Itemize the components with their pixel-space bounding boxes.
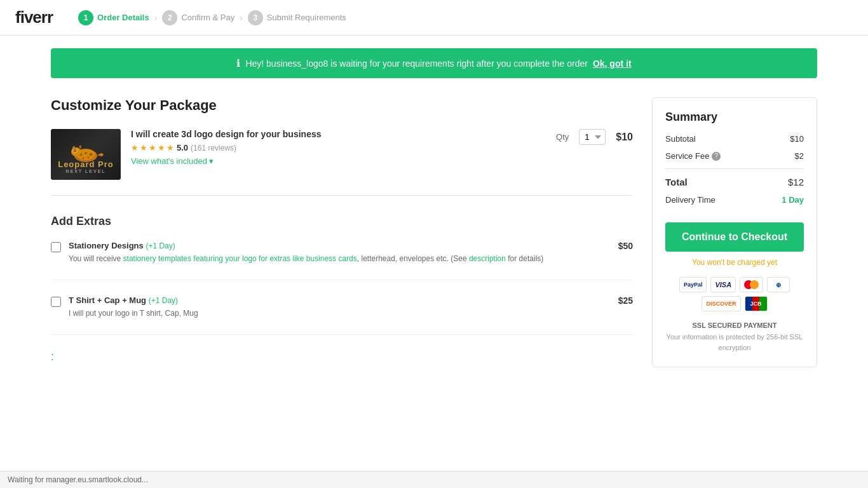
subtotal-label: Subtotal	[665, 134, 696, 144]
ssl-info: SSL SECURED PAYMENT Your information is …	[665, 320, 804, 354]
step-2-label: Confirm & Pay	[181, 13, 234, 22]
banner-message: Hey! business_logo8 is waiting for your …	[245, 58, 588, 69]
step-1[interactable]: 1 Order Details	[78, 10, 149, 25]
no-charge-label: You won't be charged yet	[665, 258, 804, 267]
extra-price-tshirt: $25	[618, 295, 633, 306]
delivery-value: 1 Day	[782, 195, 804, 205]
add-extras-section: Add Extras Stationery Designs (+1 Day) Y…	[51, 215, 633, 363]
extra-details-stationery: Stationery Designs (+1 Day) You will rec…	[69, 241, 611, 264]
step-1-circle: 1	[78, 10, 93, 25]
left-panel: Customize Your Package	[51, 97, 633, 363]
ssl-desc: Your information is protected by 256-bit…	[665, 332, 804, 354]
star-2: ★	[140, 143, 147, 152]
total-label: Total	[665, 177, 688, 187]
svg-point-13	[75, 150, 76, 151]
product-rating: ★ ★ ★ ★ ★ 5.0 (161 reviews)	[131, 143, 546, 152]
rating-score: 5.0	[177, 143, 188, 152]
service-fee-help-icon[interactable]: ?	[712, 152, 721, 161]
stationery-link[interactable]: stationery templates featuring your logo…	[123, 254, 357, 263]
summary-panel: Summary Subtotal $10 Service Fee ? $2 To…	[652, 97, 817, 367]
mastercard-icon	[740, 277, 763, 292]
section-title: Customize Your Package	[51, 97, 633, 114]
step-3[interactable]: 3 Submit Requirements	[248, 10, 346, 25]
product-row: Leopard Pro NEXT LEVEL I will create 3d …	[51, 129, 633, 196]
diners-icon: ⊕	[767, 277, 790, 292]
qty-label: Qty	[556, 132, 569, 142]
more-indicator: :	[51, 350, 633, 363]
steps-nav: 1 Order Details › 2 Confirm & Pay › 3 Su…	[78, 10, 346, 25]
star-1: ★	[131, 143, 139, 152]
product-price: $10	[616, 132, 633, 143]
rating-count: (161 reviews)	[191, 144, 236, 152]
summary-card: Summary Subtotal $10 Service Fee ? $2 To…	[652, 97, 817, 367]
qty-price-area: Qty 1 2 3 $10	[556, 129, 633, 145]
chevron-down-icon: ▾	[209, 156, 214, 166]
delivery-label: Delivery Time	[665, 195, 715, 205]
extra-desc-tshirt: I will put your logo in T shirt, Cap, Mu…	[69, 308, 611, 319]
step-arrow-1: ›	[154, 13, 158, 23]
svg-point-4	[90, 153, 93, 156]
banner-action[interactable]: Ok, got it	[593, 58, 632, 69]
extra-checkbox-stationery[interactable]	[51, 242, 61, 252]
step-2[interactable]: 2 Confirm & Pay	[162, 10, 234, 25]
notification-banner: ℹ Hey! business_logo8 is waiting for you…	[51, 48, 817, 78]
header: fiverr 1 Order Details › 2 Confirm & Pay…	[0, 0, 868, 36]
extra-name-stationery: Stationery Designs (+1 Day)	[69, 241, 611, 250]
mc-orange	[750, 280, 759, 289]
extra-price-stationery: $50	[618, 241, 633, 251]
service-fee-label: Service Fee ?	[665, 151, 721, 161]
product-image-inner: Leopard Pro NEXT LEVEL	[51, 129, 121, 180]
step-3-circle: 3	[248, 10, 263, 25]
discover-icon: DISCOVER	[702, 296, 740, 311]
step-3-label: Submit Requirements	[267, 13, 346, 22]
extra-details-tshirt: T Shirt + Cap + Mug (+1 Day) I will put …	[69, 295, 611, 319]
paypal-icon: PayPal	[679, 277, 707, 292]
star-3: ★	[149, 143, 156, 152]
payment-icons: PayPal VISA ⊕ DISCOVER JCB	[665, 277, 804, 311]
svg-point-6	[87, 156, 90, 159]
product-title: I will create 3d logo design for your bu…	[131, 129, 546, 139]
subtotal-value: $10	[790, 134, 804, 144]
step-2-circle: 2	[162, 10, 177, 25]
main-content: Customize Your Package	[0, 78, 868, 386]
product-image: Leopard Pro NEXT LEVEL	[51, 129, 121, 180]
svg-point-3	[85, 152, 87, 154]
service-fee-value: $2	[795, 151, 804, 161]
extra-item-stationery: Stationery Designs (+1 Day) You will rec…	[51, 241, 633, 280]
star-5: ★	[166, 143, 174, 152]
star-4: ★	[158, 143, 165, 152]
total-value: $12	[788, 177, 804, 187]
total-row: Total $12	[665, 168, 804, 187]
jcb-icon: JCB	[745, 296, 768, 311]
visa-icon: VISA	[710, 277, 736, 292]
product-image-logo: Leopard Pro NEXT LEVEL	[51, 159, 121, 173]
info-icon: ℹ	[236, 57, 240, 69]
step-arrow-2: ›	[240, 13, 243, 23]
product-info: I will create 3d logo design for your bu…	[131, 129, 546, 166]
step-1-label: Order Details	[97, 13, 149, 22]
ssl-title: SSL SECURED PAYMENT	[665, 320, 804, 332]
svg-marker-10	[79, 145, 81, 149]
extra-desc-stationery: You will receive stationery templates fe…	[69, 253, 611, 264]
extra-name-tshirt: T Shirt + Cap + Mug (+1 Day)	[69, 295, 611, 305]
delivery-row: Delivery Time 1 Day	[665, 195, 804, 205]
subtotal-row: Subtotal $10	[665, 134, 804, 144]
mc-circles	[744, 280, 759, 289]
checkout-button[interactable]: Continue to Checkout	[665, 222, 804, 252]
extra-checkbox-tshirt[interactable]	[51, 297, 61, 307]
fiverr-logo: fiverr	[15, 8, 53, 27]
extra-item-tshirt: T Shirt + Cap + Mug (+1 Day) I will put …	[51, 295, 633, 335]
service-fee-row: Service Fee ? $2	[665, 151, 804, 161]
extras-title: Add Extras	[51, 215, 633, 228]
qty-select[interactable]: 1 2 3	[579, 129, 606, 145]
view-included-link[interactable]: View what's included ▾	[131, 156, 546, 166]
summary-title: Summary	[665, 111, 804, 124]
description-link-1[interactable]: description	[469, 254, 506, 263]
